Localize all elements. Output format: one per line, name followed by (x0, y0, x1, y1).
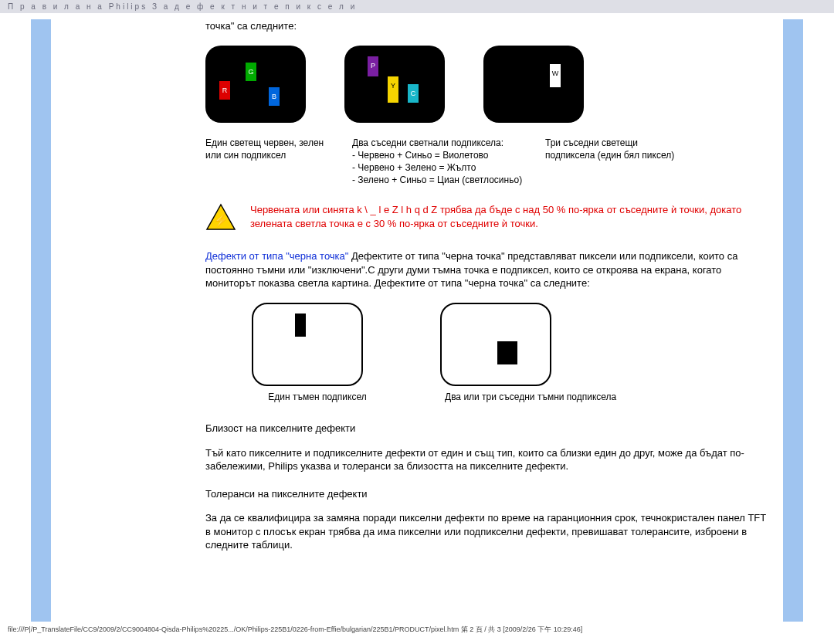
black-dot-heading: Дефекти от типа "черна точка" (205, 250, 348, 262)
caption-dark-multi: Два или три съседни тъмни подпиксела (445, 391, 646, 403)
tile-pyc: P Y C (344, 46, 445, 123)
svg-text:⚡: ⚡ (213, 213, 229, 228)
tile-white: W (483, 46, 584, 123)
tile-dark-multi (440, 303, 551, 386)
warning-row: ⚡ Червената или синята k \ _ l e Z l h q… (205, 203, 772, 231)
bright-dot-captions: Един светещ червен, зелен или син подпик… (205, 137, 772, 187)
left-rail (31, 19, 51, 622)
paragraph-tolerance: За да се квалифицира за замяна поради пи… (205, 511, 772, 552)
caption-single-bright: Един светещ червен, зелен или син подпик… (205, 137, 337, 187)
tile-dark-single (252, 303, 363, 386)
page-header: П р а в и л а н а Philips З а д е ф е к … (0, 0, 834, 13)
dark-dot-captions: Един тъмен подпиксел Два или три съседни… (205, 391, 772, 403)
subpixel-yellow: Y (388, 76, 398, 103)
subpixel-green: G (246, 63, 256, 81)
subpixel-white: W (550, 64, 561, 87)
dark-dot-illustrations (205, 303, 772, 386)
subpixel-cyan: C (408, 84, 419, 103)
bright-dot-illustrations: R G B P Y C W (205, 46, 772, 123)
caption-dark-single: Един тъмен подпиксел (252, 391, 383, 403)
warning-text: Червената или синята k \ _ l e Z l h q d… (250, 203, 772, 230)
document-body: точка" са следните: R G B P Y C W Един с… (51, 19, 783, 580)
dark-subpixel (295, 314, 306, 337)
heading-tolerance: Толеранси на пикселните дефекти (205, 487, 772, 501)
heading-proximity: Близост на пикселните дефекти (205, 422, 772, 436)
right-rail (783, 19, 803, 622)
footer-path: file:///P|/P_TranslateFile/CC9/2009/2/CC… (0, 622, 834, 638)
page-container: точка" са следните: R G B P Y C W Един с… (31, 19, 803, 622)
caption-two-bright: Два съседни светнали подпиксела: - Черве… (352, 137, 530, 187)
dark-subpixel-group (497, 341, 517, 364)
paragraph-proximity: Тъй като пикселните и подпикселните дефе… (205, 446, 772, 473)
subpixel-blue: B (269, 87, 280, 106)
intro-fragment: точка" са следните: (205, 19, 772, 33)
black-dot-paragraph: Дефекти от типа "черна точка" Дефектите … (205, 249, 772, 290)
subpixel-red: R (219, 81, 230, 100)
warning-icon: ⚡ (205, 203, 236, 231)
subpixel-purple: P (368, 56, 378, 76)
caption-three-bright: Три съседни светещи подпиксела (един бял… (545, 137, 676, 187)
tile-rgb: R G B (205, 46, 306, 123)
